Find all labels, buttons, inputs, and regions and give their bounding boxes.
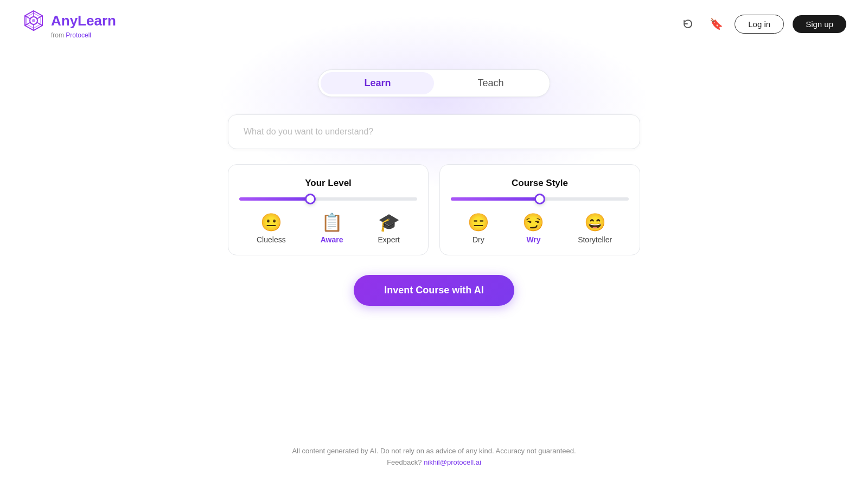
dry-icon: 😑 <box>468 214 489 231</box>
clueless-label: Clueless <box>257 235 286 244</box>
protocell-link[interactable]: Protocell <box>66 31 91 39</box>
level-clueless[interactable]: 😐 Clueless <box>257 214 286 244</box>
header: AnyLearn from Protocell 🔖 Log in Sign up <box>0 0 868 48</box>
aware-icon: 📋 <box>321 214 343 231</box>
style-storyteller[interactable]: 😄 Storyteller <box>578 214 612 244</box>
wry-label: Wry <box>526 235 540 244</box>
level-aware[interactable]: 📋 Aware <box>321 214 343 244</box>
your-level-slider-fill <box>239 197 310 201</box>
wry-icon: 😏 <box>522 214 544 231</box>
feedback-prefix: Feedback? <box>387 458 422 466</box>
bookmark-icon: 🔖 <box>710 17 723 30</box>
tab-learn[interactable]: Learn <box>321 72 434 94</box>
brand-name: AnyLearn <box>51 12 116 29</box>
footer: All content generated by AI. Do not rely… <box>0 447 868 466</box>
your-level-slider-thumb[interactable] <box>305 194 316 204</box>
cards-row: Your Level 😐 Clueless 📋 Aware 🎓 <box>228 164 640 255</box>
main-content: Your Level 😐 Clueless 📋 Aware 🎓 <box>206 97 662 328</box>
style-wry[interactable]: 😏 Wry <box>522 214 544 244</box>
dry-label: Dry <box>473 235 484 244</box>
expert-icon: 🎓 <box>378 214 400 231</box>
invent-course-button[interactable]: Invent Course with AI <box>354 275 514 306</box>
search-container <box>228 114 640 149</box>
storyteller-label: Storyteller <box>578 235 612 244</box>
aware-label: Aware <box>321 235 343 244</box>
signup-button[interactable]: Sign up <box>793 15 846 33</box>
your-level-card: Your Level 😐 Clueless 📋 Aware 🎓 <box>228 164 429 255</box>
tab-switcher: Learn Teach <box>318 69 550 97</box>
style-options: 😑 Dry 😏 Wry 😄 Storyteller <box>451 214 629 244</box>
level-expert[interactable]: 🎓 Expert <box>378 214 400 244</box>
login-button[interactable]: Log in <box>735 15 784 34</box>
course-style-slider-thumb[interactable] <box>534 194 545 204</box>
your-level-title: Your Level <box>239 178 417 189</box>
level-options: 😐 Clueless 📋 Aware 🎓 Expert <box>239 214 417 244</box>
logo-icon <box>22 9 46 33</box>
tab-teach[interactable]: Teach <box>434 72 547 94</box>
expert-label: Expert <box>378 235 400 244</box>
feedback-text: Feedback? nikhil@protocell.ai <box>0 458 868 466</box>
your-level-slider-track[interactable] <box>239 197 417 201</box>
brand-from: from Protocell <box>51 31 91 39</box>
course-style-slider-track[interactable] <box>451 197 629 201</box>
course-style-card: Course Style 😑 Dry 😏 Wry 😄 <box>439 164 640 255</box>
course-style-slider-fill <box>451 197 540 201</box>
search-input[interactable] <box>228 114 640 149</box>
feedback-email[interactable]: nikhil@protocell.ai <box>424 458 481 466</box>
bookmark-button[interactable]: 🔖 <box>706 14 726 34</box>
disclaimer-text: All content generated by AI. Do not rely… <box>0 447 868 455</box>
course-style-title: Course Style <box>451 178 629 189</box>
header-actions: 🔖 Log in Sign up <box>678 14 846 34</box>
clueless-icon: 😐 <box>260 214 282 231</box>
style-dry[interactable]: 😑 Dry <box>468 214 489 244</box>
logo-area: AnyLearn from Protocell <box>22 9 116 39</box>
svg-point-3 <box>32 19 35 22</box>
logo-row: AnyLearn <box>22 9 116 33</box>
hero-area: Learn Teach Your Level 😐 Clueless <box>0 48 868 328</box>
refresh-button[interactable] <box>678 14 698 34</box>
storyteller-icon: 😄 <box>584 214 606 231</box>
